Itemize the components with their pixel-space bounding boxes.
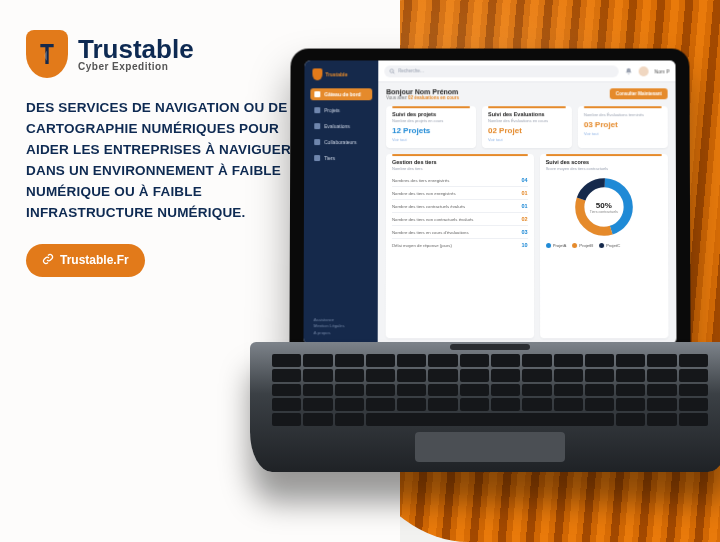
link-icon	[42, 253, 54, 268]
sidebar: Trustable Gâteau de bord Projets Evaluat…	[303, 60, 378, 344]
content: Bonjour Nom Prénom Vous avez 02 évaluati…	[378, 82, 677, 344]
grid-icon	[314, 91, 320, 97]
chart-icon	[314, 123, 320, 129]
summary-cards: Suivi des projets Nombre des projets en …	[386, 106, 668, 148]
row-label: Nombre des tiers en cours d'évaluations	[392, 229, 469, 234]
row-label: Nombre des tiers contractuels évalués	[392, 203, 465, 208]
sidebar-item-evaluations[interactable]: Evaluations	[310, 120, 372, 132]
brand-name: Trustable	[78, 36, 194, 62]
donut-percent: 50%	[596, 201, 612, 210]
sidebar-item-label: Tiers	[324, 155, 335, 161]
row-label: Nombre des tiers non enregistrés	[392, 191, 456, 196]
folder-icon	[314, 107, 320, 113]
card-link[interactable]: Voir tout	[488, 137, 566, 142]
table-row: Nombres des tiers enregistrés04	[392, 174, 528, 186]
legend: ProjetAProjetBProjetC	[546, 243, 662, 248]
card-scores: Suivi des scores Score moyen des tiers c…	[540, 154, 669, 338]
card-link[interactable]: Voir tout	[392, 137, 470, 142]
row-value: 04	[521, 177, 527, 183]
promo-link-button[interactable]: Trustable.Fr	[26, 244, 145, 277]
card-link[interactable]: Voir tout	[584, 131, 662, 136]
table-row: Nombre des tiers non enregistrés01	[392, 186, 528, 199]
bell-icon[interactable]	[624, 67, 632, 75]
card-title: Suivi des projets	[392, 111, 470, 117]
greeting-sub-prefix: Vous avez	[386, 95, 408, 100]
table-row: Nombre des tiers en cours d'évaluations0…	[392, 225, 528, 238]
card-evaluations-done[interactable]: Nombre des Évaluations terminés 03 Proje…	[578, 106, 668, 148]
laptop-screen: Trustable Gâteau de bord Projets Evaluat…	[289, 49, 690, 359]
app-viewport: Trustable Gâteau de bord Projets Evaluat…	[303, 60, 676, 344]
laptop-keyboard	[272, 354, 708, 426]
card-value: 12 Projets	[392, 126, 470, 135]
table-row: Délai moyen de réponse (jours)10	[392, 238, 528, 251]
legend-item: ProjetC	[599, 243, 620, 248]
greeting-title: Bonjour Nom Prénom	[386, 88, 459, 95]
card-projets[interactable]: Suivi des projets Nombre des projets en …	[386, 106, 476, 148]
sidebar-brand: Trustable	[310, 66, 372, 84]
laptop-trackpad	[415, 432, 565, 462]
card-sub: Nombre des projets en cours	[392, 118, 470, 123]
row-label: Nombres des tiers enregistrés	[392, 178, 449, 183]
sidebar-footer: Assistance Mention Légales À propos	[310, 315, 372, 338]
row-value: 01	[522, 203, 528, 209]
sidebar-item-collaborateurs[interactable]: Collaborateurs	[310, 136, 372, 148]
card-sub: Nombre des Évaluations terminés	[584, 112, 662, 117]
sidebar-item-tiers[interactable]: Tiers	[310, 152, 372, 164]
card-evaluations[interactable]: Suivi des Evaluations Nombre des Évaluat…	[482, 106, 572, 148]
legend-dot	[599, 243, 604, 248]
row-label: Délai moyen de réponse (jours)	[392, 243, 452, 248]
legend-dot	[572, 243, 577, 248]
consult-button[interactable]: Consulter Maintenant	[610, 88, 668, 99]
search-icon	[389, 68, 395, 74]
search-placeholder: Recherche…	[398, 68, 424, 73]
laptop-hinge	[450, 344, 530, 350]
card-sub: Nombre des tiers	[392, 166, 528, 171]
user-name: Nom P	[654, 68, 669, 74]
row-label: Nombre des tiers non contractuels évalué…	[392, 216, 473, 221]
greeting-sub-accent: 02 évaluations en cours	[408, 95, 459, 100]
sidebar-item-projets[interactable]: Projets	[310, 104, 372, 116]
card-value: 02 Projet	[488, 126, 566, 135]
card-tiers: Gestion des tiers Nombre des tiers Nombr…	[386, 154, 534, 338]
card-title: Suivi des scores	[546, 159, 662, 165]
donut-chart: 50% Tiers contractuels	[572, 175, 636, 239]
greeting: Bonjour Nom Prénom Vous avez 02 évaluati…	[386, 88, 459, 100]
card-title: Suivi des Evaluations	[488, 111, 566, 117]
sidebar-item-label: Evaluations	[324, 123, 350, 129]
sidebar-item-label: Gâteau de bord	[324, 91, 361, 97]
main-area: Recherche… Nom P Bonjour Nom Prénom Vous…	[378, 60, 677, 344]
card-title: Gestion des tiers	[392, 159, 528, 165]
shield-icon	[312, 68, 322, 80]
building-icon	[314, 155, 320, 161]
sidebar-item-dashboard[interactable]: Gâteau de bord	[310, 88, 372, 100]
shield-icon	[26, 30, 68, 78]
avatar[interactable]	[638, 66, 648, 76]
legend-item: ProjetB	[572, 243, 593, 248]
card-sub: Score moyen des tiers contractuels	[546, 166, 662, 171]
row-value: 10	[522, 242, 528, 248]
sidebar-item-label: Projets	[324, 107, 340, 113]
footer-link[interactable]: À propos	[314, 330, 368, 336]
svg-point-0	[390, 69, 393, 72]
row-value: 01	[521, 190, 527, 196]
donut-label: Tiers contractuels	[590, 209, 618, 213]
card-sub: Nombre des Évaluations en cours	[488, 118, 566, 123]
laptop-mockup: Trustable Gâteau de bord Projets Evaluat…	[250, 48, 720, 508]
table-row: Nombre des tiers non contractuels évalué…	[392, 212, 528, 225]
promo-button-label: Trustable.Fr	[60, 253, 129, 267]
users-icon	[314, 139, 320, 145]
table-row: Nombre des tiers contractuels évalués01	[392, 199, 528, 212]
row-value: 02	[522, 216, 528, 222]
topbar: Recherche… Nom P	[378, 60, 675, 82]
card-value: 03 Projet	[584, 120, 662, 129]
legend-dot	[546, 243, 551, 248]
row-value: 03	[522, 229, 528, 235]
legend-item: ProjetA	[546, 243, 567, 248]
search-input[interactable]: Recherche…	[384, 65, 618, 77]
sidebar-brand-label: Trustable	[325, 71, 347, 77]
sidebar-item-label: Collaborateurs	[324, 139, 357, 145]
